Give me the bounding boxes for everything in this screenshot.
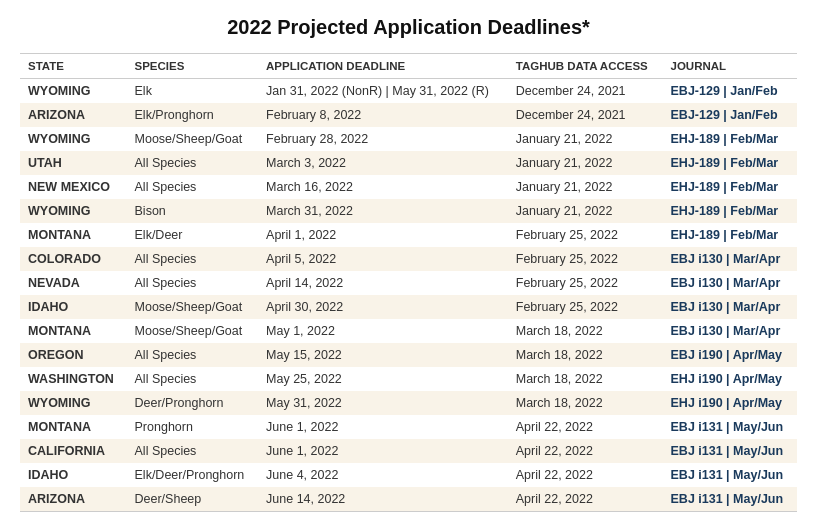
table-cell: February 25, 2022 bbox=[508, 247, 663, 271]
table-cell: WYOMING bbox=[20, 127, 127, 151]
table-cell: EBJ i131 | May/Jun bbox=[663, 415, 797, 439]
table-cell: All Species bbox=[127, 151, 259, 175]
table-cell: May 1, 2022 bbox=[258, 319, 508, 343]
table-cell: March 18, 2022 bbox=[508, 367, 663, 391]
table-cell: EBJ-129 | Jan/Feb bbox=[663, 103, 797, 127]
column-header-state: STATE bbox=[20, 54, 127, 79]
table-row: CALIFORNIAAll SpeciesJune 1, 2022April 2… bbox=[20, 439, 797, 463]
column-header-journal: JOURNAL bbox=[663, 54, 797, 79]
table-cell: March 18, 2022 bbox=[508, 391, 663, 415]
table-cell: January 21, 2022 bbox=[508, 127, 663, 151]
table-cell: March 18, 2022 bbox=[508, 343, 663, 367]
table-cell: December 24, 2021 bbox=[508, 79, 663, 104]
table-cell: April 14, 2022 bbox=[258, 271, 508, 295]
table-cell: March 16, 2022 bbox=[258, 175, 508, 199]
table-cell: Elk/Pronghorn bbox=[127, 103, 259, 127]
table-cell: EBJ i131 | May/Jun bbox=[663, 487, 797, 512]
table-cell: Moose/Sheep/Goat bbox=[127, 295, 259, 319]
table-cell: EHJ i190 | Apr/May bbox=[663, 367, 797, 391]
table-cell: OREGON bbox=[20, 343, 127, 367]
table-cell: NEVADA bbox=[20, 271, 127, 295]
table-cell: February 25, 2022 bbox=[508, 223, 663, 247]
table-row: NEW MEXICOAll SpeciesMarch 16, 2022Janua… bbox=[20, 175, 797, 199]
table-cell: All Species bbox=[127, 247, 259, 271]
table-cell: All Species bbox=[127, 367, 259, 391]
table-row: COLORADOAll SpeciesApril 5, 2022February… bbox=[20, 247, 797, 271]
table-cell: April 30, 2022 bbox=[258, 295, 508, 319]
table-row: WYOMINGMoose/Sheep/GoatFebruary 28, 2022… bbox=[20, 127, 797, 151]
table-cell: February 25, 2022 bbox=[508, 295, 663, 319]
table-cell: February 8, 2022 bbox=[258, 103, 508, 127]
table-cell: EBJ i130 | Mar/Apr bbox=[663, 295, 797, 319]
table-cell: June 4, 2022 bbox=[258, 463, 508, 487]
table-cell: EBJ-129 | Jan/Feb bbox=[663, 79, 797, 104]
table-cell: April 1, 2022 bbox=[258, 223, 508, 247]
table-cell: All Species bbox=[127, 439, 259, 463]
table-cell: Elk/Deer bbox=[127, 223, 259, 247]
table-row: MONTANAElk/DeerApril 1, 2022February 25,… bbox=[20, 223, 797, 247]
table-cell: All Species bbox=[127, 175, 259, 199]
table-cell: June 14, 2022 bbox=[258, 487, 508, 512]
table-header-row: STATESPECIESAPPLICATION DEADLINETAGHUB D… bbox=[20, 54, 797, 79]
table-cell: April 22, 2022 bbox=[508, 439, 663, 463]
page-title: 2022 Projected Application Deadlines* bbox=[20, 16, 797, 39]
table-cell: IDAHO bbox=[20, 295, 127, 319]
table-cell: COLORADO bbox=[20, 247, 127, 271]
table-cell: Deer/Sheep bbox=[127, 487, 259, 512]
table-cell: All Species bbox=[127, 343, 259, 367]
table-row: WYOMINGBisonMarch 31, 2022January 21, 20… bbox=[20, 199, 797, 223]
table-cell: May 31, 2022 bbox=[258, 391, 508, 415]
table-cell: March 18, 2022 bbox=[508, 319, 663, 343]
table-cell: EHJ-189 | Feb/Mar bbox=[663, 127, 797, 151]
table-cell: January 21, 2022 bbox=[508, 175, 663, 199]
table-cell: EBJ i130 | Mar/Apr bbox=[663, 247, 797, 271]
table-cell: EBJ i130 | Mar/Apr bbox=[663, 319, 797, 343]
table-row: WYOMINGDeer/PronghornMay 31, 2022March 1… bbox=[20, 391, 797, 415]
table-row: MONTANAMoose/Sheep/GoatMay 1, 2022March … bbox=[20, 319, 797, 343]
table-cell: EHJ-189 | Feb/Mar bbox=[663, 223, 797, 247]
table-cell: All Species bbox=[127, 271, 259, 295]
table-cell: Jan 31, 2022 (NonR) | May 31, 2022 (R) bbox=[258, 79, 508, 104]
table-cell: ARIZONA bbox=[20, 103, 127, 127]
table-cell: WYOMING bbox=[20, 391, 127, 415]
table-cell: EHJ i190 | Apr/May bbox=[663, 391, 797, 415]
table-cell: December 24, 2021 bbox=[508, 103, 663, 127]
table-row: IDAHOElk/Deer/PronghornJune 4, 2022April… bbox=[20, 463, 797, 487]
table-cell: April 22, 2022 bbox=[508, 463, 663, 487]
table-cell: April 5, 2022 bbox=[258, 247, 508, 271]
table-cell: MONTANA bbox=[20, 223, 127, 247]
table-cell: February 28, 2022 bbox=[258, 127, 508, 151]
table-row: ARIZONADeer/SheepJune 14, 2022April 22, … bbox=[20, 487, 797, 512]
table-cell: MONTANA bbox=[20, 415, 127, 439]
table-cell: February 25, 2022 bbox=[508, 271, 663, 295]
table-row: IDAHOMoose/Sheep/GoatApril 30, 2022Febru… bbox=[20, 295, 797, 319]
table-cell: MONTANA bbox=[20, 319, 127, 343]
table-row: UTAHAll SpeciesMarch 3, 2022January 21, … bbox=[20, 151, 797, 175]
table-cell: June 1, 2022 bbox=[258, 439, 508, 463]
table-cell: ARIZONA bbox=[20, 487, 127, 512]
table-cell: EBJ i190 | Apr/May bbox=[663, 343, 797, 367]
table-cell: CALIFORNIA bbox=[20, 439, 127, 463]
column-header-species: SPECIES bbox=[127, 54, 259, 79]
table-cell: EBJ i130 | Mar/Apr bbox=[663, 271, 797, 295]
table-cell: WYOMING bbox=[20, 79, 127, 104]
table-cell: EHJ-189 | Feb/Mar bbox=[663, 151, 797, 175]
table-cell: Bison bbox=[127, 199, 259, 223]
table-cell: EBJ i131 | May/Jun bbox=[663, 439, 797, 463]
table-cell: NEW MEXICO bbox=[20, 175, 127, 199]
table-cell: IDAHO bbox=[20, 463, 127, 487]
table-cell: March 31, 2022 bbox=[258, 199, 508, 223]
table-row: ARIZONAElk/PronghornFebruary 8, 2022Dece… bbox=[20, 103, 797, 127]
table-cell: UTAH bbox=[20, 151, 127, 175]
table-cell: WASHINGTON bbox=[20, 367, 127, 391]
table-cell: April 22, 2022 bbox=[508, 487, 663, 512]
table-cell: EHJ-189 | Feb/Mar bbox=[663, 199, 797, 223]
column-header-application-deadline: APPLICATION DEADLINE bbox=[258, 54, 508, 79]
table-cell: May 15, 2022 bbox=[258, 343, 508, 367]
column-header-taghub-data-access: TAGHUB DATA ACCESS bbox=[508, 54, 663, 79]
table-cell: Moose/Sheep/Goat bbox=[127, 127, 259, 151]
table-cell: EBJ i131 | May/Jun bbox=[663, 463, 797, 487]
table-row: MONTANAPronghornJune 1, 2022April 22, 20… bbox=[20, 415, 797, 439]
table-row: WASHINGTONAll SpeciesMay 25, 2022March 1… bbox=[20, 367, 797, 391]
table-row: OREGONAll SpeciesMay 15, 2022March 18, 2… bbox=[20, 343, 797, 367]
